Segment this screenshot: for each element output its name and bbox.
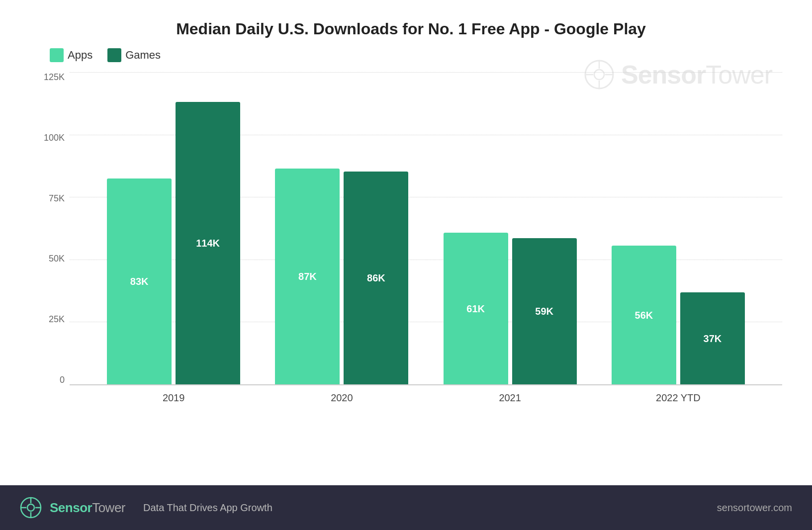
y-label-125k: 125K: [44, 72, 65, 83]
footer-brand-light: Tower: [92, 500, 125, 515]
bar-2019-games: 114K: [176, 102, 240, 384]
footer-brand: SensorTower: [50, 500, 125, 516]
x-label-2021: 2021: [460, 392, 560, 404]
bars-wrapper: 83K 114K 87K 86K: [70, 72, 782, 384]
legend-apps: Apps: [50, 48, 92, 62]
bar-2020-apps: 87K: [275, 169, 340, 384]
legend-apps-color: [50, 48, 64, 62]
bar-label-2021-apps: 61K: [466, 303, 485, 314]
footer-brand-bold: Sensor: [50, 500, 92, 515]
bar-2022-games: 37K: [680, 292, 745, 384]
y-axis: 125K 100K 75K 50K 25K 0: [40, 72, 70, 385]
x-labels: 2019 2020 2021 2022 YTD: [70, 385, 782, 410]
bar-label-2022-apps: 56K: [635, 309, 653, 321]
chart-area: 125K 100K 75K 50K 25K 0 83K: [40, 72, 782, 410]
svg-point-7: [27, 504, 34, 511]
footer-tagline: Data That Drives App Growth: [143, 502, 272, 514]
legend-games-label: Games: [125, 49, 161, 62]
bar-2019-apps: 83K: [107, 178, 172, 384]
bar-2021-games: 59K: [512, 238, 577, 384]
bar-label-2020-apps: 87K: [298, 271, 317, 282]
bar-group-2020: 87K 86K: [275, 169, 408, 384]
x-label-2020: 2020: [292, 392, 391, 404]
footer-left: SensorTower Data That Drives App Growth: [20, 497, 272, 519]
bar-label-2021-games: 59K: [535, 306, 553, 317]
bar-label-2020-games: 86K: [367, 272, 385, 284]
grid-area: 83K 114K 87K 86K: [70, 72, 782, 385]
bar-group-2022: 56K 37K: [612, 246, 745, 384]
bar-2022-apps: 56K: [612, 246, 676, 384]
chart-container: Median Daily U.S. Downloads for No. 1 Fr…: [0, 0, 812, 485]
y-label-0: 0: [60, 375, 65, 385]
footer-url: sensortower.com: [717, 502, 792, 514]
x-label-2022: 2022 YTD: [629, 392, 728, 404]
y-label-50k: 50K: [49, 254, 65, 264]
bar-label-2019-apps: 83K: [130, 276, 149, 287]
footer: SensorTower Data That Drives App Growth …: [0, 485, 812, 530]
bar-label-2022-games: 37K: [704, 333, 722, 344]
chart-title: Median Daily U.S. Downloads for No. 1 Fr…: [40, 20, 782, 38]
bar-label-2019-games: 114K: [196, 238, 220, 249]
legend-apps-label: Apps: [68, 49, 92, 62]
legend-games: Games: [107, 48, 161, 62]
bar-2021-apps: 61K: [444, 233, 508, 384]
legend-games-color: [107, 48, 121, 62]
bar-group-2019: 83K 114K: [107, 102, 240, 384]
bar-group-2021: 61K 59K: [444, 233, 577, 384]
footer-logo-icon: [20, 497, 42, 519]
x-label-2019: 2019: [124, 392, 223, 404]
y-label-25k: 25K: [49, 314, 65, 325]
y-label-75k: 75K: [49, 193, 65, 204]
y-label-100k: 100K: [44, 133, 65, 143]
bar-2020-games: 86K: [344, 172, 408, 384]
